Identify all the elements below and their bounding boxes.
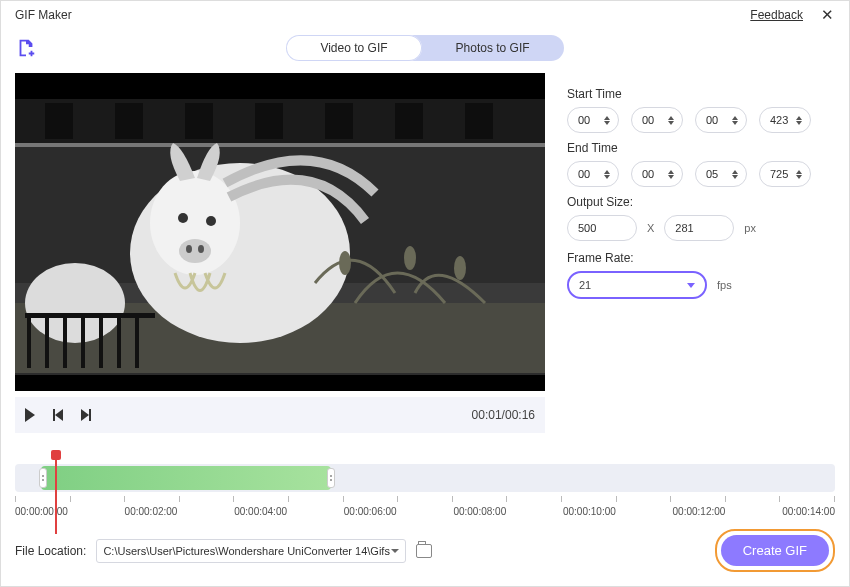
chevron-down-icon: [687, 283, 695, 288]
start-hours-input[interactable]: 00: [567, 107, 619, 133]
svg-rect-26: [99, 318, 103, 368]
svg-point-17: [179, 239, 211, 263]
timeline-ruler: 00:00:00:0000:00:02:0000:00:04:0000:00:0…: [15, 504, 835, 517]
start-ms-input[interactable]: 423: [759, 107, 811, 133]
end-ms-input[interactable]: 725: [759, 161, 811, 187]
svg-rect-21: [25, 313, 155, 318]
clip-end-handle[interactable]: [327, 468, 335, 488]
frame-rate-label: Frame Rate:: [567, 251, 835, 265]
svg-rect-28: [135, 318, 139, 368]
playback-time: 00:01/00:16: [472, 408, 535, 422]
create-gif-highlight: Create GIF: [715, 529, 835, 572]
video-preview: [15, 73, 545, 391]
file-location-field[interactable]: C:\Users\User\Pictures\Wondershare UniCo…: [96, 539, 406, 563]
end-minutes-input[interactable]: 00: [631, 161, 683, 187]
output-height-input[interactable]: 281: [664, 215, 734, 241]
svg-point-19: [198, 245, 204, 253]
tab-video-to-gif[interactable]: Video to GIF: [286, 35, 421, 61]
prev-frame-button[interactable]: [53, 409, 63, 421]
svg-rect-25: [81, 318, 85, 368]
svg-rect-9: [465, 103, 493, 139]
start-seconds-input[interactable]: 00: [695, 107, 747, 133]
svg-rect-27: [117, 318, 121, 368]
svg-rect-6: [255, 103, 283, 139]
svg-rect-3: [45, 103, 73, 139]
px-unit: px: [744, 222, 756, 234]
svg-rect-24: [63, 318, 67, 368]
end-time-label: End Time: [567, 141, 835, 155]
svg-rect-22: [27, 318, 31, 368]
svg-rect-23: [45, 318, 49, 368]
timeline-clip[interactable]: [41, 466, 331, 490]
svg-rect-4: [115, 103, 143, 139]
playhead[interactable]: [55, 454, 57, 534]
svg-point-31: [454, 256, 466, 280]
play-icon[interactable]: [25, 408, 35, 422]
create-gif-button[interactable]: Create GIF: [721, 535, 829, 566]
app-title: GIF Maker: [15, 8, 72, 22]
clip-start-handle[interactable]: [39, 468, 47, 488]
svg-point-18: [186, 245, 192, 253]
frame-rate-select[interactable]: 21: [567, 271, 707, 299]
timeline-ticks: [15, 496, 835, 502]
svg-point-20: [25, 263, 125, 343]
end-seconds-input[interactable]: 05: [695, 161, 747, 187]
mode-tabs: Video to GIF Photos to GIF: [286, 35, 563, 61]
folder-icon[interactable]: [416, 544, 432, 558]
svg-point-15: [178, 213, 188, 223]
tab-photos-to-gif[interactable]: Photos to GIF: [422, 35, 564, 61]
svg-point-29: [339, 251, 351, 275]
end-hours-input[interactable]: 00: [567, 161, 619, 187]
svg-rect-5: [185, 103, 213, 139]
file-location-label: File Location:: [15, 544, 86, 558]
svg-point-30: [404, 246, 416, 270]
next-frame-button[interactable]: [81, 409, 91, 421]
start-minutes-input[interactable]: 00: [631, 107, 683, 133]
start-time-label: Start Time: [567, 87, 835, 101]
chevron-down-icon[interactable]: [391, 549, 399, 553]
svg-rect-10: [15, 143, 545, 147]
output-size-label: Output Size:: [567, 195, 835, 209]
fps-unit: fps: [717, 279, 732, 291]
svg-rect-8: [395, 103, 423, 139]
feedback-link[interactable]: Feedback: [750, 8, 803, 22]
svg-rect-7: [325, 103, 353, 139]
svg-point-16: [206, 216, 216, 226]
size-multiply: X: [647, 222, 654, 234]
close-icon[interactable]: ✕: [819, 6, 835, 24]
app-logo-icon: [15, 37, 37, 59]
timeline-track[interactable]: [15, 464, 835, 492]
output-width-input[interactable]: 500: [567, 215, 637, 241]
